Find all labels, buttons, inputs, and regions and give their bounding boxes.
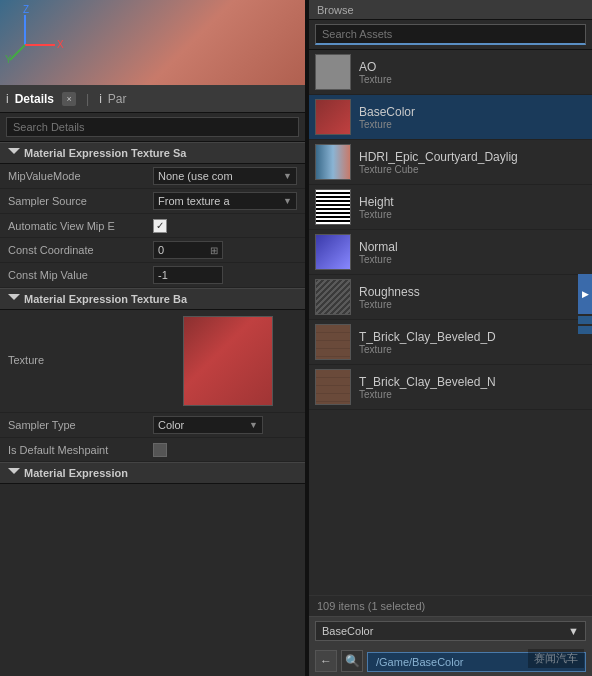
browse-title: Browse: [317, 4, 354, 16]
par-tab-label[interactable]: Par: [108, 92, 127, 106]
sampler-type-arrow-icon: ▼: [249, 420, 258, 430]
asset-info: NormalTexture: [359, 240, 586, 265]
asset-count: 109 items (1 selected): [309, 595, 592, 616]
asset-type-label: Texture: [359, 344, 586, 355]
section3-collapse-icon: [8, 468, 20, 478]
auto-mip-row: Automatic View Mip E ✓: [0, 214, 305, 238]
asset-type-label: Texture: [359, 119, 586, 130]
section1-title: Material Expression Texture Sa: [24, 147, 186, 159]
asset-info: T_Brick_Clay_Beveled_DTexture: [359, 330, 586, 355]
asset-thumbnail: [315, 144, 351, 180]
section3-title: Material Expression: [24, 467, 128, 479]
section2-collapse-icon: [8, 294, 20, 304]
sampler-source-row: Sampler Source From texture a ▼: [0, 189, 305, 214]
sampler-source-label: Sampler Source: [8, 195, 153, 207]
axes-widget: Z X Y: [5, 5, 65, 65]
const-coord-row: Const Coordinate 0 ⊞: [0, 238, 305, 263]
details-info-icon: i: [6, 92, 9, 106]
details-tab-label[interactable]: Details: [15, 92, 54, 106]
search-assets-input[interactable]: [315, 24, 586, 45]
viewport: Z X Y: [0, 0, 305, 85]
asset-info: AOTexture: [359, 60, 586, 85]
asset-thumbnail: [315, 324, 351, 360]
back-button[interactable]: ←: [315, 650, 337, 672]
details-panel: i Details × | i Par Material Expression …: [0, 85, 305, 676]
asset-list-item[interactable]: HeightTexture: [309, 185, 592, 230]
asset-type-label: Texture Cube: [359, 164, 586, 175]
dropdown-arrow-icon: ▼: [283, 171, 292, 181]
side-button-1[interactable]: ▶: [578, 274, 592, 314]
asset-selector-dropdown[interactable]: BaseColor ▼: [315, 621, 586, 641]
section1-collapse-icon: [8, 148, 20, 158]
asset-name-label: BaseColor: [359, 105, 586, 119]
texture-label: Texture: [8, 316, 153, 366]
asset-list-item[interactable]: RoughnessTexture: [309, 275, 592, 320]
is-default-label: Is Default Meshpaint: [8, 444, 153, 456]
asset-selector-bar: BaseColor ▼: [309, 616, 592, 645]
asset-list: AOTextureBaseColorTextureHDRI_Epic_Court…: [309, 50, 592, 595]
mip-value-mode-label: MipValueMode: [8, 170, 153, 182]
section2-title: Material Expression Texture Ba: [24, 293, 187, 305]
svg-text:X: X: [57, 39, 64, 50]
asset-name-label: Normal: [359, 240, 586, 254]
asset-name-label: AO: [359, 60, 586, 74]
auto-mip-label: Automatic View Mip E: [8, 220, 153, 232]
asset-list-item[interactable]: AOTexture: [309, 50, 592, 95]
asset-thumbnail: [315, 99, 351, 135]
auto-mip-checkbox[interactable]: ✓: [153, 219, 167, 233]
asset-list-item[interactable]: T_Brick_Clay_Beveled_DTexture: [309, 320, 592, 365]
asset-thumbnail: [315, 54, 351, 90]
asset-type-label: Texture: [359, 74, 586, 85]
asset-info: BaseColorTexture: [359, 105, 586, 130]
texture-preview[interactable]: [183, 316, 273, 406]
side-dot-2: [578, 326, 592, 334]
asset-name-label: T_Brick_Clay_Beveled_N: [359, 375, 586, 389]
asset-search-container: [309, 20, 592, 50]
section2-header[interactable]: Material Expression Texture Ba: [0, 288, 305, 310]
const-coord-label: Const Coordinate: [8, 244, 153, 256]
sampler-source-dropdown[interactable]: From texture a ▼: [153, 192, 297, 210]
sampler-dropdown-arrow-icon: ▼: [283, 196, 292, 206]
const-mip-row: Const Mip Value -1: [0, 263, 305, 288]
side-dot-1: [578, 316, 592, 324]
section3-header[interactable]: Material Expression: [0, 462, 305, 484]
asset-type-label: Texture: [359, 389, 586, 400]
texture-row: Texture: [0, 310, 305, 413]
mip-value-mode-row: MipValueMode None (use com ▼: [0, 164, 305, 189]
search-details-input[interactable]: [6, 117, 299, 137]
mip-value-mode-dropdown[interactable]: None (use com ▼: [153, 167, 297, 185]
asset-info: T_Brick_Clay_Beveled_NTexture: [359, 375, 586, 400]
const-mip-input[interactable]: -1: [153, 266, 223, 284]
search-button[interactable]: 🔍: [341, 650, 363, 672]
section1-header[interactable]: Material Expression Texture Sa: [0, 142, 305, 164]
svg-line-4: [10, 45, 25, 60]
asset-browser-panel: Browse AOTextureBaseColorTextureHDRI_Epi…: [309, 0, 592, 676]
asset-thumbnail: [315, 279, 351, 315]
asset-name-label: Roughness: [359, 285, 586, 299]
is-default-checkbox[interactable]: [153, 443, 167, 457]
asset-info: HeightTexture: [359, 195, 586, 220]
par-info-icon: i: [99, 92, 102, 106]
svg-text:Z: Z: [23, 5, 29, 15]
details-header: i Details × | i Par: [0, 85, 305, 113]
asset-thumbnail: [315, 369, 351, 405]
asset-thumbnail: [315, 189, 351, 225]
asset-list-item[interactable]: HDRI_Epic_Courtyard_DayligTexture Cube: [309, 140, 592, 185]
asset-info: HDRI_Epic_Courtyard_DayligTexture Cube: [359, 150, 586, 175]
asset-thumbnail: [315, 234, 351, 270]
is-default-row: Is Default Meshpaint: [0, 438, 305, 462]
asset-name-label: Height: [359, 195, 586, 209]
watermark: 赛闻汽车: [528, 649, 584, 668]
asset-name-label: T_Brick_Clay_Beveled_D: [359, 330, 586, 344]
browse-header: Browse: [309, 0, 592, 20]
svg-text:Y: Y: [5, 54, 12, 65]
asset-type-label: Texture: [359, 254, 586, 265]
side-buttons: ▶: [578, 274, 592, 334]
asset-list-item[interactable]: NormalTexture: [309, 230, 592, 275]
asset-list-item[interactable]: BaseColorTexture: [309, 95, 592, 140]
details-close-button[interactable]: ×: [62, 92, 76, 106]
sampler-type-row: Sampler Type Color ▼: [0, 413, 305, 438]
sampler-type-dropdown[interactable]: Color ▼: [153, 416, 263, 434]
const-coord-input[interactable]: 0 ⊞: [153, 241, 223, 259]
asset-list-item[interactable]: T_Brick_Clay_Beveled_NTexture: [309, 365, 592, 410]
